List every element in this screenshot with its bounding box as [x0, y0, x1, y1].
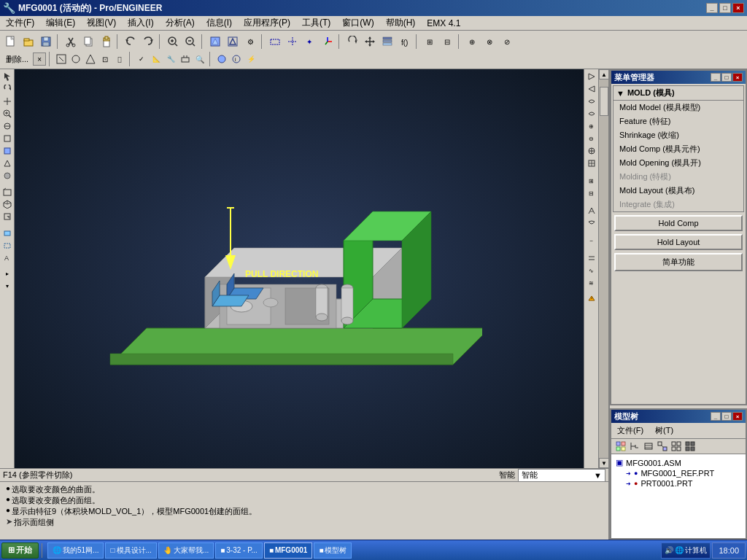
- tree-menu-file[interactable]: 文件(F): [614, 424, 646, 437]
- tb2-13[interactable]: ⚡: [244, 52, 258, 66]
- tree-tb-2[interactable]: [628, 440, 641, 452]
- tb2-4[interactable]: ⊡: [98, 52, 112, 66]
- tb-extra4[interactable]: ⊗: [481, 34, 498, 50]
- taskbar-item-tree[interactable]: ■ 模型树: [314, 542, 352, 559]
- viewport-3d[interactable]: PULL DIRECTION: [15, 69, 584, 468]
- vert-btn-view-front[interactable]: [1, 186, 13, 198]
- menu-feature[interactable]: Feature (特征): [614, 114, 743, 128]
- vert-btn-view-iso[interactable]: [1, 198, 13, 210]
- tb2-5[interactable]: ⌷: [113, 52, 126, 66]
- rv-btn-15[interactable]: ∿: [586, 265, 597, 276]
- vert-btn-model-disp[interactable]: [1, 227, 13, 238]
- tb-paste[interactable]: [98, 34, 114, 50]
- rv-btn-13[interactable]: ~: [586, 235, 597, 246]
- rv-btn-14[interactable]: [586, 252, 597, 264]
- tb-new[interactable]: [3, 34, 19, 50]
- tb-view-options[interactable]: ⚙: [242, 34, 258, 50]
- menu-tools[interactable]: 工具(T): [299, 16, 333, 30]
- taskbar-item-help[interactable]: 🤚 大家帮我...: [158, 542, 214, 559]
- rv-btn-2[interactable]: [586, 83, 597, 95]
- tb2-1[interactable]: [55, 52, 68, 66]
- rv-btn-11[interactable]: [586, 205, 597, 217]
- rv-btn-8[interactable]: [586, 158, 597, 169]
- tree-tb-1[interactable]: [614, 440, 627, 452]
- tb2-6[interactable]: ✓: [135, 52, 148, 66]
- taskbar-item-browser[interactable]: 🌐 我的51网...: [47, 542, 104, 559]
- tb-open[interactable]: [20, 34, 36, 50]
- vert-btn-select[interactable]: [1, 71, 13, 82]
- tb2-8[interactable]: 🔧: [164, 52, 177, 66]
- tb-zoom-in[interactable]: [165, 34, 181, 50]
- tb2-3[interactable]: [84, 52, 97, 66]
- tb2-7[interactable]: 📐: [150, 52, 163, 66]
- tb-extra1[interactable]: ⊞: [422, 34, 438, 50]
- tb-pan[interactable]: [362, 34, 378, 50]
- menu-window[interactable]: 窗口(W): [339, 16, 376, 30]
- vert-btn-datum-disp[interactable]: [1, 239, 13, 251]
- vert-btn-hidden[interactable]: [1, 170, 13, 182]
- mold-section-header[interactable]: ▼ MOLD (模具): [614, 86, 743, 101]
- menu-mold-comp[interactable]: Mold Comp (模具元件): [614, 142, 743, 156]
- tree-tb-5[interactable]: [670, 440, 683, 452]
- tb-zoom-out[interactable]: [182, 34, 198, 50]
- scroll-thumb[interactable]: [600, 87, 608, 116]
- rv-btn-9[interactable]: ⊞: [586, 175, 597, 187]
- start-button[interactable]: ⊞ 开始: [1, 542, 39, 559]
- tb2-12[interactable]: i: [230, 52, 243, 66]
- tb-cut[interactable]: [63, 34, 79, 50]
- mt-minimize[interactable]: _: [711, 412, 721, 421]
- rv-btn-17[interactable]: *: [586, 293, 597, 305]
- mm-minimize[interactable]: _: [711, 73, 721, 82]
- tb-relations[interactable]: f(): [397, 34, 413, 50]
- tree-tb-3[interactable]: [642, 440, 655, 452]
- tb-csys[interactable]: [320, 34, 336, 50]
- tree-item-ref-prt[interactable]: ➜ ● MFG0001_REF.PRT: [614, 468, 743, 478]
- menu-analysis[interactable]: 分析(A): [163, 16, 198, 30]
- rv-btn-4[interactable]: [586, 108, 597, 120]
- tree-tb-4[interactable]: [656, 440, 669, 452]
- tb-repaint[interactable]: [207, 34, 223, 50]
- menu-mold-model[interactable]: Mold Model (模具模型): [614, 101, 743, 114]
- taskbar-item-mfg[interactable]: ■ MFG0001: [264, 542, 313, 559]
- vert-btn-refit[interactable]: [1, 211, 13, 222]
- simple-func-button[interactable]: 简单功能: [614, 253, 743, 271]
- tb-extra2[interactable]: ⊟: [439, 34, 455, 50]
- tb-remove-btn[interactable]: ×: [33, 52, 46, 66]
- mm-close[interactable]: ×: [732, 73, 743, 82]
- mm-maximize[interactable]: □: [721, 73, 732, 82]
- status-dropdown[interactable]: 智能 ▼: [518, 469, 605, 482]
- menu-help[interactable]: 帮助(H): [383, 16, 419, 30]
- hold-comp-button[interactable]: Hold Comp: [614, 215, 743, 231]
- rv-btn-6[interactable]: ⊖: [586, 133, 597, 144]
- tb-extra5[interactable]: ⊘: [499, 34, 515, 50]
- taskbar-item-mold[interactable]: □ 模具设计...: [105, 542, 156, 559]
- vert-btn-arrow1[interactable]: ▸: [1, 268, 13, 279]
- viewport-scrollbar[interactable]: ▲ ▼: [598, 69, 608, 468]
- tb-extra3[interactable]: ⊕: [464, 34, 480, 50]
- tb-save[interactable]: [38, 34, 54, 50]
- rv-btn-7[interactable]: [586, 145, 597, 157]
- rv-btn-3[interactable]: [586, 96, 597, 107]
- menu-mold-opening[interactable]: Mold Opening (模具开): [614, 156, 743, 170]
- rv-btn-12[interactable]: [586, 217, 597, 229]
- mt-close[interactable]: ×: [732, 412, 743, 421]
- menu-file[interactable]: 文件(F): [3, 16, 37, 30]
- tb2-9[interactable]: [179, 52, 192, 66]
- tree-tb-6[interactable]: [684, 440, 697, 452]
- tb-undo[interactable]: [123, 34, 139, 50]
- menu-mold-layout[interactable]: Mold Layout (模具布): [614, 184, 743, 198]
- tb-spin[interactable]: [344, 34, 360, 50]
- rv-btn-1[interactable]: [586, 71, 597, 82]
- menu-emx[interactable]: EMX 4.1: [424, 18, 463, 29]
- tb-copy[interactable]: [80, 34, 96, 50]
- tb-datum-pts[interactable]: ✦: [302, 34, 318, 50]
- vert-btn-zoom2[interactable]: [1, 108, 13, 120]
- menu-shrinkage[interactable]: Shrinkage (收缩): [614, 128, 743, 142]
- menu-apps[interactable]: 应用程序(P): [241, 16, 293, 30]
- taskbar-item-pdf[interactable]: ■ 3-32 - P...: [215, 542, 263, 559]
- tb-layers[interactable]: [379, 34, 395, 50]
- tb-datum-planes[interactable]: [267, 34, 283, 50]
- tb2-11[interactable]: [215, 52, 228, 66]
- tree-item-asm[interactable]: ▣ MFG0001.ASM: [614, 457, 743, 468]
- tb-redo[interactable]: [140, 34, 156, 50]
